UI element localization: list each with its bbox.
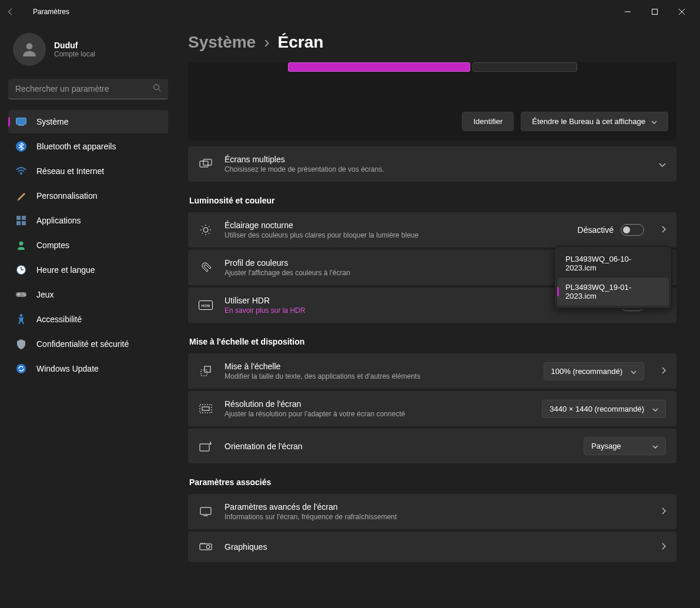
monitor-2[interactable]	[473, 62, 577, 72]
nav-label: Système	[36, 117, 68, 126]
titlebar: Paramètres	[0, 0, 700, 24]
profile-option-0[interactable]: PL3493WQ_06-10-2023.icm	[557, 249, 669, 278]
advanced-display-card[interactable]: Paramètres avancés de l'écran Informatio…	[188, 494, 676, 529]
nav-label: Jeux	[36, 290, 54, 299]
nav-item-personalization[interactable]: Personnalisation	[8, 184, 168, 208]
breadcrumb: Système › Écran	[188, 33, 676, 52]
resolution-title: Résolution de l'écran	[225, 399, 530, 409]
nav-item-apps[interactable]: Applications	[8, 209, 168, 232]
nav-item-bluetooth[interactable]: Bluetooth et appareils	[8, 135, 168, 158]
orientation-icon	[199, 439, 213, 453]
maximize-button[interactable]	[641, 2, 668, 21]
scale-subtitle: Modifier la taille du texte, des applica…	[225, 372, 532, 380]
advanced-title: Paramètres avancés de l'écran	[225, 502, 644, 512]
svg-rect-40	[205, 366, 210, 372]
chevron-down-icon	[631, 367, 637, 376]
nav-label: Bluetooth et appareils	[36, 142, 116, 151]
accounts-icon	[15, 239, 27, 251]
multiple-title: Écrans multiples	[225, 155, 641, 164]
personalization-icon	[15, 190, 27, 202]
avatar	[13, 33, 46, 66]
nav-label: Applications	[36, 216, 81, 225]
nav-item-network[interactable]: Réseau et Internet	[8, 159, 168, 183]
chevron-down-icon	[652, 405, 658, 413]
resolution-card[interactable]: Résolution de l'écran Ajuster la résolut…	[188, 391, 676, 426]
breadcrumb-separator: ›	[264, 33, 269, 52]
search-box[interactable]	[8, 79, 168, 99]
nav-item-windows-update[interactable]: Windows Update	[8, 357, 168, 380]
profile-option-1[interactable]: PL3493WQ_19-01-2023.icm	[557, 278, 669, 306]
hdr-title: Utiliser HDR	[225, 296, 566, 305]
identify-button[interactable]: Identifier	[462, 112, 514, 131]
breadcrumb-current: Écran	[278, 33, 324, 52]
section-scale: Mise à l'échelle et disposition	[189, 337, 676, 346]
orientation-card[interactable]: Orientation de l'écran Paysage	[188, 429, 676, 463]
svg-rect-8	[18, 125, 24, 126]
svg-line-36	[202, 233, 203, 234]
svg-rect-44	[200, 444, 209, 451]
svg-point-48	[206, 545, 210, 549]
back-button[interactable]	[5, 6, 16, 18]
scale-dropdown[interactable]: 100% (recommandé)	[544, 362, 644, 380]
nav-label: Réseau et Internet	[36, 166, 104, 176]
night-light-icon	[199, 223, 213, 237]
search-input[interactable]	[15, 84, 153, 93]
user-section[interactable]: Duduf Compte local	[8, 28, 168, 71]
scale-card[interactable]: Mise à l'échelle Modifier la taille du t…	[188, 353, 676, 389]
night-state: Désactivé	[578, 225, 614, 235]
search-icon	[153, 83, 161, 94]
nav-item-accessibility[interactable]: Accessibilité	[8, 308, 168, 331]
update-icon	[15, 363, 27, 375]
svg-rect-45	[200, 507, 211, 515]
graphics-title: Graphiques	[225, 542, 644, 552]
resolution-value: 3440 × 1440 (recommandé)	[550, 405, 644, 413]
nav-item-gaming[interactable]: Jeux	[8, 283, 168, 306]
multiple-displays-card[interactable]: Écrans multiples Choisissez le mode de p…	[188, 146, 676, 182]
user-name: Duduf	[54, 41, 95, 50]
chevron-right-icon	[662, 367, 666, 376]
resolution-icon	[199, 402, 213, 416]
nav-item-time-language[interactable]: Heure et langue	[8, 258, 168, 282]
monitor-1[interactable]	[288, 62, 470, 72]
nav-item-accounts[interactable]: Comptes	[8, 233, 168, 257]
main-content: Système › Écran Identifier Étendre le Bu…	[176, 24, 700, 608]
svg-rect-13	[16, 221, 21, 225]
svg-point-25	[20, 314, 23, 317]
nav-item-system[interactable]: Système	[8, 110, 168, 133]
color-profile-card[interactable]: Profil de couleurs Ajuster l'affichage d…	[188, 250, 676, 285]
svg-rect-12	[22, 216, 26, 220]
bluetooth-icon	[15, 141, 27, 152]
svg-point-10	[20, 172, 22, 175]
svg-rect-7	[16, 118, 26, 125]
resolution-dropdown[interactable]: 3440 × 1440 (recommandé)	[542, 400, 666, 418]
svg-rect-42	[200, 405, 212, 413]
close-button[interactable]	[668, 2, 695, 21]
chevron-down-icon	[652, 442, 658, 450]
nav-label: Confidentialité et sécurité	[36, 339, 129, 349]
minimize-button[interactable]	[614, 2, 641, 21]
night-subtitle: Utiliser des couleurs plus claires pour …	[225, 231, 566, 239]
apps-icon	[15, 215, 27, 226]
chevron-right-icon	[662, 543, 666, 552]
graphics-card[interactable]: Graphiques	[188, 532, 676, 562]
svg-line-35	[209, 233, 210, 234]
svg-point-5	[154, 85, 159, 90]
nav-item-privacy[interactable]: Confidentialité et sécurité	[8, 332, 168, 356]
scale-icon	[199, 364, 213, 378]
svg-line-37	[209, 226, 210, 228]
orientation-dropdown[interactable]: Paysage	[584, 437, 666, 455]
night-light-card[interactable]: Éclairage nocturne Utiliser des couleurs…	[188, 212, 676, 248]
night-toggle[interactable]	[621, 224, 644, 236]
nav-label: Windows Update	[36, 364, 99, 373]
chevron-right-icon	[662, 507, 666, 516]
advanced-subtitle: Informations sur l'écran, fréquence de r…	[225, 513, 644, 521]
section-brightness: Luminosité et couleur	[189, 196, 676, 205]
scale-value: 100% (recommandé)	[551, 367, 622, 376]
hdr-link[interactable]: En savoir plus sur la HDR	[225, 306, 566, 315]
color-profile-icon	[199, 260, 213, 275]
privacy-icon	[15, 338, 27, 350]
breadcrumb-parent[interactable]: Système	[188, 33, 256, 52]
section-related: Paramètres associés	[189, 477, 676, 487]
extend-display-dropdown[interactable]: Étendre le Bureau à cet affichage	[521, 112, 668, 131]
svg-line-34	[202, 226, 203, 228]
